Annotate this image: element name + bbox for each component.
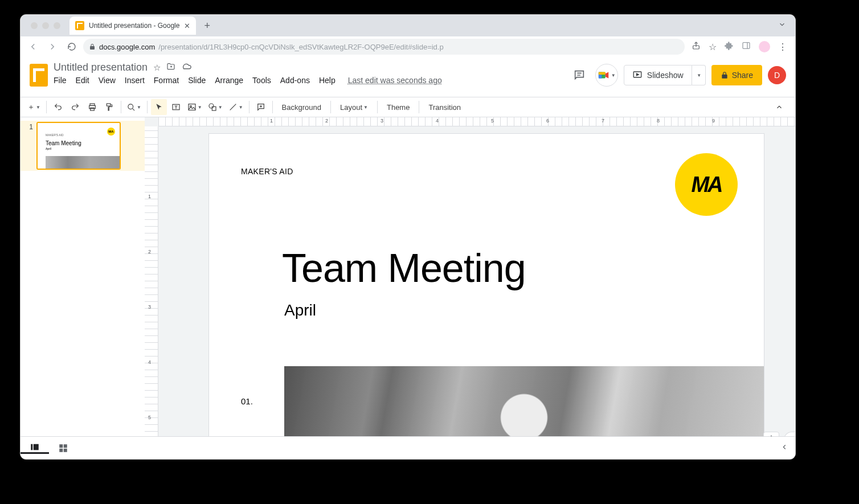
tab-title: Untitled presentation - Google xyxy=(89,22,179,30)
profile-avatar-icon[interactable] xyxy=(759,41,770,52)
select-tool[interactable] xyxy=(151,99,167,115)
account-avatar[interactable]: D xyxy=(768,66,786,84)
back-button[interactable] xyxy=(25,39,41,55)
lock-icon xyxy=(89,43,96,50)
svg-rect-28 xyxy=(31,444,32,450)
image-tool[interactable]: ▼ xyxy=(185,99,204,115)
url-path: /presentation/d/1RL3H9cp0-cnQcVDiNslk_ed… xyxy=(158,43,443,51)
background-button[interactable]: Background xyxy=(276,99,327,115)
extensions-icon[interactable] xyxy=(725,41,734,52)
slide-logo-badge[interactable]: MA xyxy=(675,153,738,216)
svg-point-20 xyxy=(209,104,214,108)
hide-toolbar-button[interactable] xyxy=(771,99,787,115)
browser-tab[interactable]: Untitled presentation - Google ✕ xyxy=(69,17,196,35)
svg-line-16 xyxy=(132,108,134,110)
slideshow-button[interactable]: Slideshow xyxy=(624,65,692,85)
slide-number: 1 xyxy=(24,122,33,170)
paint-format-button[interactable] xyxy=(101,99,117,115)
thumbnail-preview[interactable]: MAKER'S AID MA Team Meeting April xyxy=(36,122,121,170)
lock-icon xyxy=(721,71,729,79)
last-edit-link[interactable]: Last edit was seconds ago xyxy=(348,76,442,85)
svg-rect-7 xyxy=(599,72,606,75)
slides-logo-icon[interactable] xyxy=(30,64,48,87)
svg-rect-31 xyxy=(64,444,67,448)
app-header: Untitled presentation ☆ File Edit View I… xyxy=(21,57,795,97)
filmstrip[interactable]: 1 MAKER'S AID MA Team Meeting April xyxy=(21,117,145,459)
forward-button[interactable] xyxy=(44,39,60,55)
theme-button[interactable]: Theme xyxy=(381,99,415,115)
layout-button[interactable]: Layout▼ xyxy=(334,99,374,115)
menu-help[interactable]: Help xyxy=(319,76,336,85)
reload-button[interactable] xyxy=(64,39,80,55)
zoom-button[interactable]: ▼ xyxy=(125,99,144,115)
textbox-tool[interactable] xyxy=(168,99,184,115)
close-dot-icon[interactable] xyxy=(31,22,38,29)
address-bar-row: docs.google.com/presentation/d/1RL3H9cp0… xyxy=(21,36,795,57)
menu-addons[interactable]: Add-ons xyxy=(280,76,310,85)
ruler-vertical xyxy=(145,126,158,459)
shape-tool[interactable]: ▼ xyxy=(206,99,225,115)
line-tool[interactable]: ▼ xyxy=(226,99,246,115)
toolbar: ＋▼ ▼ ▼ ▼ ▼ Background Layout▼ Theme Tran… xyxy=(21,97,795,117)
slide-company-label[interactable]: MAKER'S AID xyxy=(241,167,293,176)
share-label: Share xyxy=(732,71,753,80)
slide-subtitle[interactable]: April xyxy=(284,301,316,319)
slideshow-label: Slideshow xyxy=(647,71,684,80)
menu-file[interactable]: File xyxy=(54,76,67,85)
footer-collapse-button[interactable] xyxy=(774,443,795,453)
transition-button[interactable]: Transition xyxy=(423,99,467,115)
new-slide-button[interactable]: ＋▼ xyxy=(25,99,43,115)
filmstrip-view-button[interactable] xyxy=(21,442,49,454)
comment-tool[interactable] xyxy=(253,99,269,115)
cloud-status-icon[interactable] xyxy=(181,62,191,73)
menu-bar: File Edit View Insert Format Slide Arran… xyxy=(54,76,563,85)
new-tab-button[interactable]: + xyxy=(204,20,210,32)
slideshow-dropdown[interactable]: ▼ xyxy=(692,65,706,85)
share-page-icon[interactable] xyxy=(692,41,701,52)
menu-slide[interactable]: Slide xyxy=(188,76,206,85)
svg-marker-10 xyxy=(636,73,639,76)
meet-button[interactable]: ▼ xyxy=(595,64,618,87)
menu-insert[interactable]: Insert xyxy=(125,76,145,85)
work-area: 1 MAKER'S AID MA Team Meeting April 1 2 … xyxy=(21,117,795,459)
star-icon[interactable]: ☆ xyxy=(153,63,161,73)
tab-strip: Untitled presentation - Google ✕ + xyxy=(21,15,795,36)
menu-arrange[interactable]: Arrange xyxy=(215,76,243,85)
document-title[interactable]: Untitled presentation xyxy=(54,62,148,73)
browser-menu-icon[interactable]: ⋮ xyxy=(778,42,787,52)
footer-bar xyxy=(21,436,795,459)
min-dot-icon[interactable] xyxy=(42,22,49,29)
close-tab-icon[interactable]: ✕ xyxy=(184,22,190,30)
thumb-logo-icon: MA xyxy=(107,128,115,136)
slide-thumbnail[interactable]: 1 MAKER'S AID MA Team Meeting April xyxy=(21,121,145,171)
slide-canvas[interactable]: MAKER'S AID MA Team Meeting April 01. xyxy=(208,133,764,452)
print-button[interactable] xyxy=(84,99,100,115)
tabs-chevron-icon[interactable] xyxy=(778,21,786,31)
redo-button[interactable] xyxy=(67,99,83,115)
address-bar[interactable]: docs.google.com/presentation/d/1RL3H9cp0… xyxy=(83,39,685,55)
window-traffic-lights[interactable] xyxy=(25,22,66,29)
svg-rect-1 xyxy=(743,43,750,49)
max-dot-icon[interactable] xyxy=(54,22,60,29)
bookmark-icon[interactable]: ☆ xyxy=(709,42,717,52)
menu-view[interactable]: View xyxy=(99,76,116,85)
svg-rect-18 xyxy=(189,104,195,110)
svg-line-22 xyxy=(230,104,236,110)
comments-button[interactable] xyxy=(569,65,590,85)
canvas-area[interactable]: 1 2 3 4 5 6 7 8 9 1 2 3 4 5 MAKER'S AID … xyxy=(145,117,795,459)
svg-point-15 xyxy=(128,104,133,109)
svg-rect-30 xyxy=(59,444,63,448)
move-folder-icon[interactable] xyxy=(166,62,175,73)
menu-format[interactable]: Format xyxy=(154,76,179,85)
grid-view-button[interactable] xyxy=(49,443,77,453)
svg-rect-21 xyxy=(212,106,216,110)
side-panel-icon[interactable] xyxy=(742,41,751,52)
svg-rect-29 xyxy=(34,444,39,450)
menu-tools[interactable]: Tools xyxy=(252,76,271,85)
menu-edit[interactable]: Edit xyxy=(76,76,89,85)
undo-button[interactable] xyxy=(50,99,66,115)
share-button[interactable]: Share xyxy=(711,65,762,85)
browser-window: Untitled presentation - Google ✕ + docs.… xyxy=(21,15,795,459)
slide-page-number[interactable]: 01. xyxy=(241,396,253,406)
slide-title[interactable]: Team Meeting xyxy=(282,245,526,291)
